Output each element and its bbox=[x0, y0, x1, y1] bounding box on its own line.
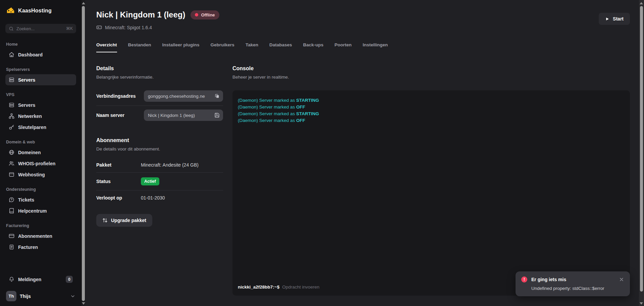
server-subtitle: Minecraft: Spigot 1.6.4 bbox=[96, 25, 630, 30]
sidebar-item-label: Facturen bbox=[18, 245, 38, 250]
page-title: Nick | Kingdom 1 (leeg) bbox=[96, 10, 185, 19]
start-button-label: Start bbox=[613, 16, 624, 21]
users-icon bbox=[9, 161, 14, 166]
sidebar-item-vps-sleutelparen[interactable]: Sleutelparen bbox=[5, 122, 76, 133]
subscription-row-value: 01-01-2030 bbox=[141, 195, 165, 201]
credit-card-icon bbox=[9, 233, 14, 239]
globe-icon bbox=[9, 149, 14, 155]
search-shortcut: ⌘K bbox=[66, 26, 73, 31]
start-button[interactable]: Start bbox=[599, 13, 630, 25]
sidebar-item-domein-web-webhosting[interactable]: Webhosting bbox=[5, 169, 76, 180]
status-badge: Offline bbox=[191, 10, 219, 19]
brand: KaasHosting bbox=[5, 5, 76, 16]
chevron-down-icon bbox=[70, 294, 75, 299]
user-menu[interactable]: Th Thijs bbox=[5, 290, 76, 303]
subscription-row-pakket: PakketMinecraft: Andesite (24 GB) bbox=[96, 158, 223, 172]
brand-name: KaasHosting bbox=[18, 8, 52, 14]
upgrade-package-button[interactable]: Upgrade pakket bbox=[96, 214, 152, 227]
tab-installeer-plugins[interactable]: Installeer plugins bbox=[162, 42, 200, 52]
tab-back-ups[interactable]: Back-ups bbox=[303, 42, 323, 52]
sidebar-item-label: Netwerken bbox=[18, 114, 42, 119]
subscription-row-value: Minecraft: Andesite (24 GB) bbox=[141, 162, 199, 168]
scroll-up-arrow-icon[interactable] bbox=[82, 2, 85, 4]
subscription-row-label: Verloopt op bbox=[96, 195, 141, 201]
console-title: Console bbox=[232, 65, 630, 72]
sidebar-item-facturering-facturen[interactable]: Facturen bbox=[5, 242, 76, 253]
sidebar-item-label: Servers bbox=[18, 102, 35, 108]
invoice-icon bbox=[9, 244, 14, 250]
nav-section-ondersteuning: Ondersteuning bbox=[6, 187, 75, 192]
user-name: Thijs bbox=[20, 294, 31, 299]
sidebar-item-vps-servers[interactable]: Servers bbox=[5, 99, 76, 111]
console-section: Console Beheer je server in realtime. (D… bbox=[232, 65, 630, 296]
page-scrollbar-thumb[interactable] bbox=[640, 6, 643, 292]
sidebar-item-vps-netwerken[interactable]: Netwerken bbox=[5, 111, 76, 122]
sidebar-item-spelservers-servers[interactable]: Servers bbox=[5, 74, 76, 85]
key-icon bbox=[9, 124, 14, 130]
details-section: Details Belangrijke serverinformatie. Ve… bbox=[96, 65, 223, 121]
search-icon bbox=[9, 26, 14, 31]
sidebar-item-ondersteuning-tickets[interactable]: Tickets bbox=[5, 194, 76, 205]
sidebar-item-domein-web-whois-profielen[interactable]: WHOIS-profielen bbox=[5, 158, 76, 169]
scroll-down-arrow-icon[interactable] bbox=[640, 302, 643, 305]
status-badge-label: Offline bbox=[201, 12, 215, 17]
tab-instellingen[interactable]: Instellingen bbox=[363, 42, 388, 52]
sidebar-item-ondersteuning-helpcentrum[interactable]: Helpcentrum bbox=[5, 205, 76, 216]
nav-section-facturering: Facturering bbox=[6, 223, 75, 228]
console-output[interactable]: (Daemon) Server marked as STARTING(Daemo… bbox=[232, 90, 630, 280]
subscription-row-label: Pakket bbox=[96, 162, 141, 168]
sidebar-item-domein-web-domeinen[interactable]: Domeinen bbox=[5, 147, 76, 158]
sidebar-item-label: Tickets bbox=[18, 197, 34, 203]
browser-icon bbox=[9, 172, 14, 177]
save-icon bbox=[214, 113, 220, 118]
toast-title: Er ging iets mis bbox=[531, 277, 566, 282]
network-icon bbox=[9, 113, 14, 119]
subscription-section: Abonnement De details voor dit abonnemen… bbox=[96, 137, 223, 227]
notifications-label: Meldingen bbox=[18, 277, 41, 282]
nav-section-vps: VPS bbox=[6, 92, 75, 97]
field-label: Verbindingsadres bbox=[96, 93, 136, 99]
scroll-down-arrow-icon[interactable] bbox=[82, 302, 85, 305]
page-header: Nick | Kingdom 1 (leeg) Offline Minecraf… bbox=[96, 10, 630, 30]
scroll-up-arrow-icon[interactable] bbox=[640, 2, 643, 4]
sidebar-scrollbar[interactable] bbox=[82, 0, 85, 306]
sidebar-item-label: WHOIS-profielen bbox=[18, 161, 55, 166]
field-label: Naam server bbox=[96, 113, 124, 118]
subscription-rows: PakketMinecraft: Andesite (24 GB)StatusA… bbox=[96, 158, 223, 205]
sidebar-item-home-dashboard[interactable]: Dashboard bbox=[5, 49, 76, 60]
sidebar-item-label: Webhosting bbox=[18, 172, 45, 177]
tab-gebruikers[interactable]: Gebruikers bbox=[211, 42, 234, 52]
sidebar-item-facturering-abonnementen[interactable]: Abonnementen bbox=[5, 230, 76, 242]
details-title: Details bbox=[96, 65, 223, 72]
page-scrollbar[interactable] bbox=[639, 0, 644, 306]
arrow-up-down-icon bbox=[102, 218, 108, 223]
tab-poorten[interactable]: Poorten bbox=[334, 42, 352, 52]
notifications-count-badge: 0 bbox=[66, 276, 73, 283]
sidebar-item-label: Servers bbox=[18, 77, 35, 83]
console-line: (Daemon) Server marked as STARTING bbox=[238, 97, 625, 104]
save-button[interactable] bbox=[214, 113, 220, 118]
console-line: (Daemon) Server marked as OFF bbox=[238, 104, 625, 111]
status-active-badge: Actief bbox=[141, 177, 159, 185]
sidebar: KaasHosting ⌘K HomeDashboardSpelserversS… bbox=[0, 0, 82, 306]
tab-taken[interactable]: Taken bbox=[246, 42, 258, 52]
server-icon bbox=[9, 77, 14, 83]
server-icon bbox=[9, 102, 14, 108]
verbindingsadres-input[interactable] bbox=[148, 94, 212, 99]
tab-databases[interactable]: Databases bbox=[269, 42, 292, 52]
copy-icon bbox=[214, 93, 220, 99]
copy-button[interactable] bbox=[214, 93, 220, 99]
subscription-row-label: Status bbox=[96, 179, 141, 184]
tab-overzicht[interactable]: Overzicht bbox=[96, 42, 117, 52]
sidebar-bottom: Meldingen 0 Th Thijs bbox=[5, 274, 76, 303]
sidebar-item-meldingen[interactable]: Meldingen 0 bbox=[5, 274, 76, 285]
naam-server-input-box bbox=[144, 110, 223, 121]
divider bbox=[96, 105, 223, 106]
search-input[interactable] bbox=[16, 26, 63, 31]
search-box[interactable]: ⌘K bbox=[5, 24, 76, 33]
tab-bestanden[interactable]: Bestanden bbox=[128, 42, 151, 52]
naam-server-input[interactable] bbox=[148, 113, 212, 118]
toast-close-button[interactable] bbox=[619, 277, 624, 282]
sidebar-scrollbar-thumb[interactable] bbox=[82, 6, 85, 301]
error-circle-icon: ! bbox=[521, 276, 527, 282]
